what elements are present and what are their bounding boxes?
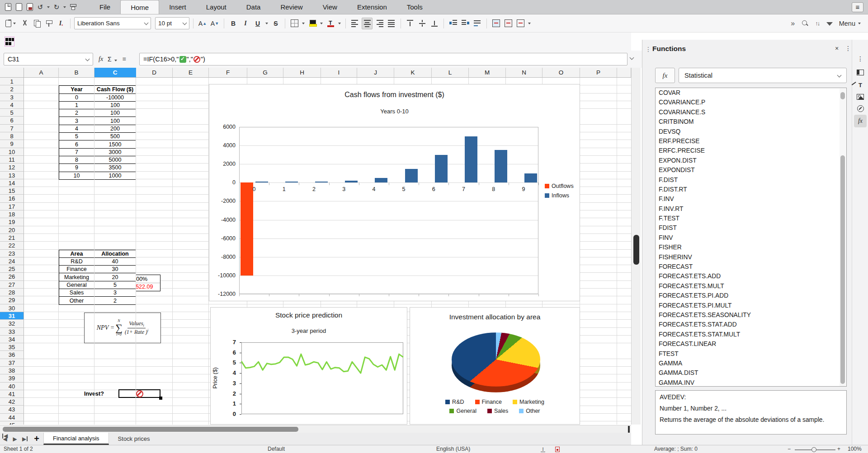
menu-tab-review[interactable]: Review <box>270 0 312 14</box>
table-cell[interactable]: 30 <box>94 266 136 273</box>
outflow-bar[interactable] <box>241 182 253 276</box>
row-header-45[interactable]: 45 <box>0 421 24 425</box>
autofilter-button[interactable] <box>824 18 835 29</box>
category-combobox[interactable]: Statistical <box>679 68 847 83</box>
sidebar-settings-icon[interactable]: ⋮ <box>854 53 867 64</box>
inflow-bar[interactable] <box>465 136 477 183</box>
column-header-H[interactable]: H <box>283 68 321 78</box>
function-list-item[interactable]: FORECAST.ETS.STAT.ADD <box>656 320 846 329</box>
functions-deck-icon[interactable]: fx <box>854 115 867 127</box>
font-color-dropdown-icon[interactable] <box>338 23 341 24</box>
styles-deck-icon[interactable]: T <box>854 79 867 90</box>
function-list-item[interactable]: F.DIST <box>656 175 846 185</box>
row-header-34[interactable]: 34 <box>0 336 24 343</box>
function-wizard-icon[interactable]: fx <box>99 56 103 63</box>
column-header-P[interactable]: P <box>580 68 617 78</box>
column-header-I[interactable]: I <box>321 68 357 78</box>
table-cell[interactable]: Sales <box>59 289 94 297</box>
table-cell[interactable]: General <box>59 281 94 289</box>
column-header-G[interactable]: G <box>247 68 283 78</box>
row-header-18[interactable]: 18 <box>0 210 24 218</box>
row-header-19[interactable]: 19 <box>0 218 24 226</box>
function-list-item[interactable]: FORECAST.ETS.ADD <box>656 271 846 281</box>
align-center-button[interactable] <box>362 18 373 29</box>
function-list-item[interactable]: FINV <box>656 233 846 243</box>
function-list-item[interactable]: FORECAST.ETS.SEASONALITY <box>656 310 846 320</box>
inflow-bar[interactable] <box>315 182 328 182</box>
row-header-13[interactable]: 13 <box>0 172 24 179</box>
properties-deck-icon[interactable] <box>854 67 867 78</box>
row-header-11[interactable]: 11 <box>0 156 24 163</box>
inflow-bar[interactable] <box>405 169 418 183</box>
hamburger-menu-icon[interactable]: ≡ <box>852 2 863 12</box>
function-list-item[interactable]: FORECAST.ETS.MULT <box>656 281 846 291</box>
align-right-button[interactable] <box>374 18 385 29</box>
decrease-indent-button[interactable] <box>460 18 471 29</box>
function-list-item[interactable]: FORECAST.ETS.PI.ADD <box>656 291 846 300</box>
legend-item[interactable]: Other <box>519 408 540 414</box>
toolbar-overflow-button[interactable]: » <box>788 18 798 29</box>
row-header-12[interactable]: 12 <box>0 163 24 171</box>
table-cell[interactable]: 5000 <box>94 156 136 164</box>
row-header-9[interactable]: 9 <box>0 140 24 148</box>
function-list-item[interactable]: GAMMA.DIST <box>656 368 846 378</box>
name-box[interactable]: C31 <box>4 53 93 65</box>
table-cell[interactable]: 1000 <box>94 172 136 180</box>
row-header-41[interactable]: 41 <box>0 390 24 398</box>
table-cell[interactable]: 200 <box>94 125 136 133</box>
new-document-icon[interactable] <box>4 3 13 12</box>
row-header-21[interactable]: 21 <box>0 234 24 242</box>
row-header-3[interactable]: 3 <box>0 93 24 101</box>
function-list-item[interactable]: FTEST <box>656 349 846 359</box>
print-icon[interactable] <box>69 3 78 12</box>
legend-item[interactable]: Outflows <box>545 183 574 189</box>
merge-cells-button[interactable] <box>491 18 501 29</box>
function-list-item[interactable]: ERF.PRECISE <box>656 136 846 146</box>
align-left-button[interactable] <box>349 18 360 29</box>
font-name-combobox[interactable]: Liberation Sans <box>74 17 151 29</box>
sheet-tab-financial-analysis[interactable]: Financial analysis <box>43 433 109 445</box>
sheet-tab-stock-prices[interactable]: Stock prices <box>109 433 159 445</box>
column-header-D[interactable]: D <box>136 68 173 78</box>
italic-button[interactable]: I <box>240 18 251 29</box>
function-list-item[interactable]: FORECAST.ETS.PI.MULT <box>656 301 846 310</box>
unmerge-cells-button[interactable] <box>515 18 526 29</box>
function-list-item[interactable]: ERFC.PRECISE <box>656 146 846 155</box>
row-header-38[interactable]: 38 <box>0 367 24 374</box>
table-cell[interactable]: 5 <box>59 133 94 140</box>
table-cell[interactable]: 10 <box>59 172 94 180</box>
legend-item[interactable]: Finance <box>475 399 502 405</box>
pie-top[interactable] <box>452 332 540 387</box>
strikethrough-button[interactable]: S <box>270 18 281 29</box>
function-list-item[interactable]: EXPON.DIST <box>656 156 846 165</box>
sort-button[interactable]: ↑↓ <box>812 18 823 29</box>
page-style[interactable]: Default <box>268 446 285 452</box>
table-cell[interactable]: 3500 <box>94 164 136 172</box>
menu-tab-file[interactable]: File <box>90 0 120 14</box>
table-cell[interactable]: 8 <box>59 156 94 164</box>
menu-tab-extension[interactable]: Extension <box>347 0 397 14</box>
line-chart[interactable]: Stock price prediction3-year period76543… <box>210 307 407 425</box>
table-cell[interactable]: 0 <box>59 94 94 102</box>
row-header-30[interactable]: 30 <box>0 304 24 312</box>
split-handle[interactable] <box>628 426 630 433</box>
select-all-corner[interactable] <box>0 68 24 78</box>
function-list-item[interactable]: F.DIST.RT <box>656 185 846 194</box>
legend-item[interactable]: Sales <box>487 408 508 414</box>
row-header-16[interactable]: 16 <box>0 195 24 202</box>
center-vertically-button[interactable] <box>417 18 428 29</box>
table-cell[interactable]: 7 <box>59 149 94 156</box>
table-cell[interactable]: 40 <box>94 258 136 266</box>
column-header-M[interactable]: M <box>469 68 506 78</box>
column-header-B[interactable]: B <box>59 68 94 78</box>
wrap-text-button[interactable] <box>472 18 483 29</box>
function-list-item[interactable]: F.INV <box>656 194 846 204</box>
table-cell[interactable]: 100 <box>94 117 136 125</box>
last-sheet-icon[interactable]: ▶ <box>20 433 30 445</box>
row-header-1[interactable]: 1 <box>0 78 24 85</box>
npv-formula-image[interactable]: NPV = N∑i=0 Valuesi (1+ Rate )i <box>84 313 161 343</box>
table-cell[interactable]: 3000 <box>94 149 136 156</box>
table-cell[interactable]: R&D <box>59 258 94 266</box>
row-header-27[interactable]: 27 <box>0 281 24 289</box>
row-header-7[interactable]: 7 <box>0 125 24 132</box>
